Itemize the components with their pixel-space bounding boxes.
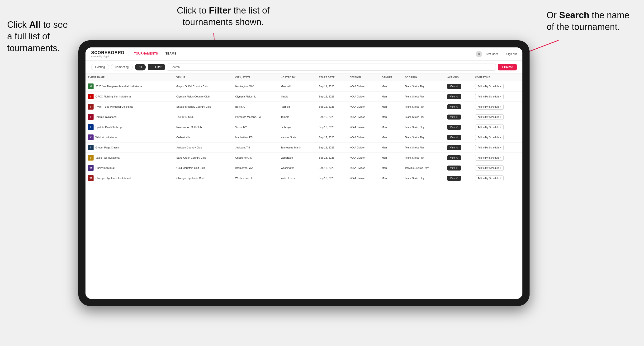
tab-competing[interactable]: Competing: [111, 64, 133, 70]
cell-event-name-2: F Ryan T. Lee Memorial Collegiate: [86, 102, 174, 112]
user-avatar: U: [476, 51, 482, 57]
tab-hosting[interactable]: Hosting: [91, 64, 109, 70]
table-row: I OFCC Fighting Illini Invitational Olym…: [86, 92, 522, 102]
cell-start-date-5: Sep 17, 2023: [316, 132, 347, 143]
cell-hosted-by-3: Temple: [278, 112, 316, 122]
view-button-7[interactable]: View ☉: [447, 155, 461, 160]
cell-division-7: NCAA Division I: [347, 153, 379, 163]
sign-out-link[interactable]: Sign out: [506, 52, 517, 56]
table-row: L Upstate Dual Challenge Ravenwood Golf …: [86, 122, 522, 132]
cell-competing-4: Add to My Schedule +: [473, 122, 522, 132]
add-schedule-button-7[interactable]: Add to My Schedule +: [475, 155, 504, 161]
view-button-1[interactable]: View ☉: [447, 94, 461, 99]
cell-start-date-9: Sep 18, 2023: [316, 173, 347, 183]
add-schedule-button-1[interactable]: Add to My Schedule +: [475, 94, 504, 99]
search-input[interactable]: [167, 64, 496, 71]
cell-competing-5: Add to My Schedule +: [473, 132, 522, 143]
create-button[interactable]: + Create: [498, 64, 517, 70]
cell-division-9: NCAA Division I: [347, 173, 379, 183]
col-header-division: DIVISION: [347, 74, 379, 81]
cell-city-state-8: Bremerton, WA: [233, 163, 278, 173]
cell-start-date-6: Sep 18, 2023: [316, 143, 347, 153]
filter-label: Filter: [155, 65, 162, 69]
team-logo-4: L: [88, 124, 94, 130]
team-logo-3: T: [88, 114, 94, 120]
toolbar: Hosting Competing All ☷ Filter + Create: [86, 61, 522, 74]
cell-competing-2: Add to My Schedule +: [473, 102, 522, 112]
cell-actions-9: View ☉: [445, 173, 472, 183]
cell-scoring-8: Individual, Stroke Play: [403, 163, 445, 173]
cell-event-name-4: L Upstate Dual Challenge: [86, 122, 174, 132]
cell-venue-1: Olympia Fields Country Club: [174, 92, 233, 102]
view-button-6[interactable]: View ☉: [447, 145, 461, 150]
cell-gender-1: Men: [379, 92, 402, 102]
cell-hosted-by-0: Marshall: [278, 81, 316, 92]
cell-hosted-by-7: Valparaiso: [278, 153, 316, 163]
col-header-gender: GENDER: [379, 74, 402, 81]
view-button-8[interactable]: View ☉: [447, 166, 461, 171]
cell-scoring-1: Team, Stroke Play: [403, 92, 445, 102]
team-logo-2: F: [88, 104, 94, 110]
cell-start-date-2: Sep 16, 2023: [316, 102, 347, 112]
cell-city-state-9: Westchester, IL: [233, 173, 278, 183]
cell-hosted-by-5: Kansas State: [278, 132, 316, 143]
team-logo-5: K: [88, 135, 94, 140]
add-schedule-button-0[interactable]: Add to My Schedule +: [475, 84, 504, 89]
tab-all[interactable]: All: [135, 64, 146, 70]
add-schedule-button-5[interactable]: Add to My Schedule +: [475, 135, 504, 140]
col-header-city-state: CITY, STATE: [233, 74, 278, 81]
cell-gender-9: Men: [379, 173, 402, 183]
event-name-text-8: Husky Individual: [96, 167, 114, 169]
team-logo-0: M: [88, 83, 94, 89]
cell-competing-0: Add to My Schedule +: [473, 81, 522, 92]
add-schedule-button-4[interactable]: Add to My Schedule +: [475, 125, 504, 130]
cell-gender-2: Men: [379, 102, 402, 112]
add-schedule-button-9[interactable]: Add to My Schedule +: [475, 175, 504, 181]
view-button-9[interactable]: View ☉: [447, 176, 461, 181]
event-name-text-7: Valpo Fall Invitational: [96, 156, 120, 159]
table-row: W Chicago Highlands Invitational Chicago…: [86, 173, 522, 183]
table-row: M 2023 Joe Feaganes Marshall Invitationa…: [86, 81, 522, 92]
cell-event-name-9: W Chicago Highlands Invitational: [86, 173, 174, 183]
cell-venue-6: Jackson Country Club: [174, 143, 233, 153]
add-schedule-button-8[interactable]: Add to My Schedule +: [475, 165, 504, 171]
view-button-0[interactable]: View ☉: [447, 84, 461, 89]
col-header-scoring: SCORING: [403, 74, 445, 81]
event-name-text-1: OFCC Fighting Illini Invitational: [96, 95, 131, 98]
view-button-2[interactable]: View ☉: [447, 104, 461, 109]
cell-division-6: NCAA Division I: [347, 143, 379, 153]
view-button-5[interactable]: View ☉: [447, 135, 461, 140]
logo-area: SCOREBOARD Powered by clippd: [91, 50, 124, 58]
cell-scoring-9: Team, Stroke Play: [403, 173, 445, 183]
add-schedule-button-2[interactable]: Add to My Schedule +: [475, 104, 504, 110]
table-header-row: EVENT NAME VENUE CITY, STATE HOSTED BY S…: [86, 74, 522, 81]
add-schedule-button-3[interactable]: Add to My Schedule +: [475, 114, 504, 120]
app-header: SCOREBOARD Powered by clippd TOURNAMENTS…: [86, 47, 522, 61]
cell-venue-0: Guyan Golf & Country Club: [174, 81, 233, 92]
annotation-topcenter: Click to Filter the list of tournaments …: [162, 5, 285, 28]
nav-tournaments[interactable]: TOURNAMENTS: [134, 52, 158, 56]
team-logo-1: I: [88, 94, 94, 99]
cell-competing-7: Add to My Schedule +: [473, 153, 522, 163]
event-name-text-6: Grover Page Classic: [96, 146, 120, 149]
cell-city-state-5: Manhattan, KS: [233, 132, 278, 143]
cell-city-state-4: Victor, NY: [233, 122, 278, 132]
add-schedule-button-6[interactable]: Add to My Schedule +: [475, 145, 504, 150]
table-row: T Temple Invitational The 1912 Club Plym…: [86, 112, 522, 122]
view-button-4[interactable]: View ☉: [447, 125, 461, 130]
cell-hosted-by-2: Fairfield: [278, 102, 316, 112]
cell-scoring-5: Team, Stroke Play: [403, 132, 445, 143]
event-name-text-2: Ryan T. Lee Memorial Collegiate: [96, 105, 133, 108]
nav-teams[interactable]: TEAMS: [166, 52, 176, 56]
cell-division-3: NCAA Division I: [347, 112, 379, 122]
separator: |: [502, 52, 502, 56]
filter-button[interactable]: ☷ Filter: [148, 64, 165, 70]
eye-icon-0: ☉: [456, 85, 458, 88]
cell-start-date-8: Sep 18, 2023: [316, 163, 347, 173]
event-name-text-4: Upstate Dual Challenge: [96, 126, 123, 129]
view-button-3[interactable]: View ☉: [447, 115, 461, 120]
cell-city-state-2: Berlin, CT: [233, 102, 278, 112]
cell-event-name-6: T Grover Page Classic: [86, 143, 174, 153]
cell-hosted-by-8: Washington: [278, 163, 316, 173]
cell-division-4: NCAA Division I: [347, 122, 379, 132]
